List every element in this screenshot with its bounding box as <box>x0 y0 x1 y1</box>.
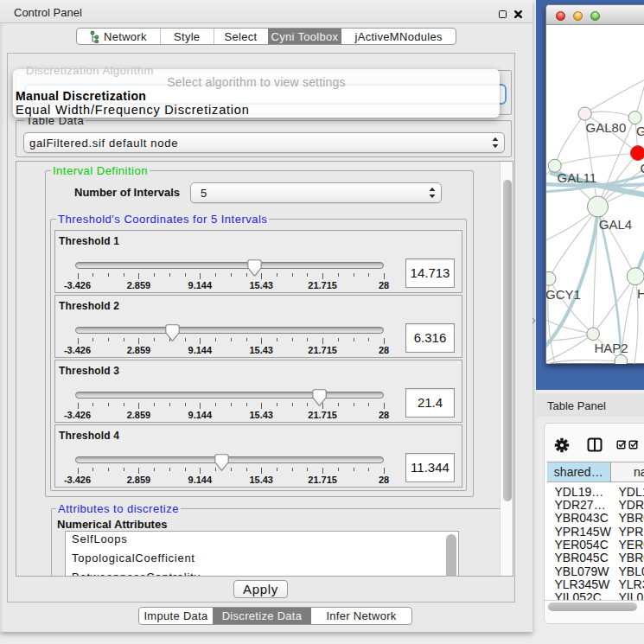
svg-text:H: H <box>637 286 644 301</box>
svg-text:GAL80: GAL80 <box>586 120 627 135</box>
svg-text:GAL4: GAL4 <box>599 217 632 232</box>
svg-text:GCY1: GCY1 <box>546 287 581 302</box>
svg-text:GAL11: GAL11 <box>558 170 597 185</box>
svg-text:HAP2: HAP2 <box>594 341 628 355</box>
svg-text:C: C <box>641 161 644 175</box>
svg-text:GA: GA <box>636 124 644 138</box>
